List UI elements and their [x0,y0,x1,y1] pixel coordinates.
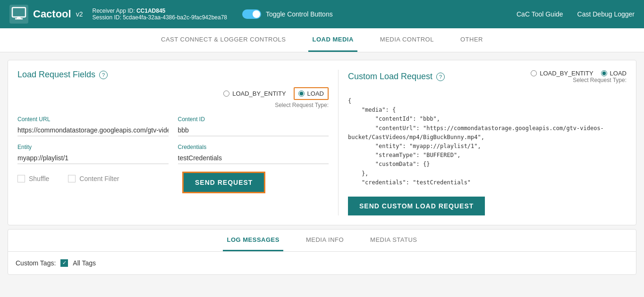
custom-load-help-icon[interactable]: ? [436,73,445,81]
form-row-entity-creds: Entity Credentials [17,144,329,164]
all-tags-label: All Tags [73,259,96,267]
content-url-group: Content URL [17,116,169,136]
custom-select-type-label: Select Request Type: [573,77,627,83]
content-id-label: Content ID [178,116,329,123]
entity-label: Entity [17,144,169,150]
send-custom-load-button[interactable]: SEND CUSTOM LOAD REQUEST [348,197,485,215]
custom-tags-row: Custom Tags: All Tags [16,259,628,267]
tab-log-messages[interactable]: LOG MESSAGES [223,230,283,251]
cast-debug-logger-link[interactable]: Cast Debug Logger [577,10,635,18]
custom-load-section: Custom Load Request ? LOAD_BY_ENTITY LOA… [339,70,627,215]
load-request-help-icon[interactable]: ? [99,71,108,79]
main-content: Load Request Fields ? LOAD_BY_ENTITY LOA… [0,52,644,282]
radio-load-by-entity[interactable]: LOAD_BY_ENTITY [223,90,286,97]
credentials-input[interactable] [178,152,329,164]
app-header: Cactool v2 Receiver App ID: CC1AD845 Ses… [0,0,644,28]
radio-load[interactable]: LOAD [294,87,329,100]
entity-group: Entity [17,144,169,164]
content-id-group: Content ID [178,116,329,136]
custom-radio-load[interactable]: LOAD [601,70,627,77]
tab-media-control[interactable]: MEDIA CONTROL [376,28,438,52]
checkbox-row: Shuffle Content Filter [17,175,119,182]
tab-media-info[interactable]: MEDIA INFO [302,230,347,251]
main-nav: CAST CONNECT & LOGGER CONTROLS LOAD MEDI… [0,28,644,52]
tab-load-media[interactable]: LOAD MEDIA [308,28,357,52]
session-id: Session ID: 5cdae4fa-32aa-4386-ba2c-9fac… [92,14,227,21]
toggle-section[interactable]: Toggle Control Buttons [242,9,333,19]
form-row-url-id: Content URL Content ID [17,116,329,136]
shuffle-label: Shuffle [29,175,49,182]
shuffle-checkbox-box[interactable] [17,175,25,182]
logo-icon [9,5,28,24]
load-request-section: Load Request Fields ? LOAD_BY_ENTITY LOA… [17,70,339,215]
header-info: Receiver App ID: CC1AD845 Session ID: 5c… [92,8,227,21]
logo-text: Cactool [33,8,71,20]
bottom-content: Custom Tags: All Tags [8,252,636,274]
content-filter-label: Content Filter [79,175,119,182]
custom-load-title: Custom Load Request ? [348,72,445,82]
radio-load-input[interactable] [298,91,305,97]
content-url-input[interactable] [17,124,169,136]
content-url-label: Content URL [17,116,169,123]
tab-media-status[interactable]: MEDIA STATUS [366,230,421,251]
load-request-title: Load Request Fields ? [17,70,329,80]
toggle-label: Toggle Control Buttons [266,10,333,18]
entity-input[interactable] [17,152,169,164]
load-media-panel: Load Request Fields ? LOAD_BY_ENTITY LOA… [8,60,636,225]
custom-tags-label: Custom Tags: [16,259,56,267]
custom-load-json: { "media": { "contentId": "bbb", "conten… [348,95,627,189]
credentials-label: Credentials [178,144,329,150]
app-logo: Cactool v2 [9,5,83,24]
radio-load-by-entity-input[interactable] [223,91,229,97]
select-type-label: Select Request Type: [17,102,329,108]
tab-other[interactable]: OTHER [457,28,487,52]
logo-version: v2 [76,10,83,18]
send-request-button[interactable]: SEND REQUEST [182,172,265,193]
custom-load-header: Custom Load Request ? LOAD_BY_ENTITY LOA… [348,70,627,91]
credentials-group: Credentials [178,144,329,164]
bottom-tabs: LOG MESSAGES MEDIA INFO MEDIA STATUS [8,230,636,252]
shuffle-checkbox[interactable]: Shuffle [17,175,49,182]
content-filter-checkbox[interactable]: Content Filter [68,175,119,182]
custom-radio-load-by-entity[interactable]: LOAD_BY_ENTITY [531,70,593,77]
tab-cast-connect[interactable]: CAST CONNECT & LOGGER CONTROLS [157,28,289,52]
bottom-section: LOG MESSAGES MEDIA INFO MEDIA STATUS Cus… [8,229,636,275]
receiver-app-id: Receiver App ID: CC1AD845 [92,8,227,14]
all-tags-checkbox[interactable] [60,259,68,267]
custom-radio-load-by-entity-input[interactable] [531,70,537,76]
cac-tool-guide-link[interactable]: CaC Tool Guide [517,10,563,18]
header-right: CaC Tool Guide Cast Debug Logger [517,10,635,18]
toggle-switch[interactable] [242,9,261,19]
content-id-input[interactable] [178,124,329,136]
custom-radio-load-input[interactable] [601,70,607,76]
content-filter-checkbox-box[interactable] [68,175,76,182]
